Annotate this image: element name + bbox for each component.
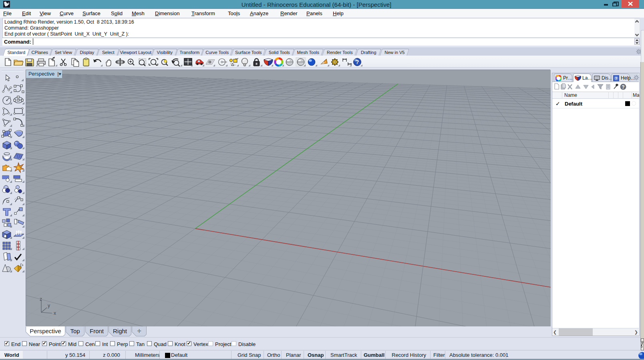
svg-text:?: ?: [615, 76, 618, 80]
svg-text:?: ?: [356, 59, 359, 65]
svg-text:?: ?: [622, 84, 624, 90]
svg-text:x: x: [54, 310, 56, 316]
svg-text:z: z: [40, 297, 42, 302]
svg-text:y: y: [48, 303, 50, 308]
